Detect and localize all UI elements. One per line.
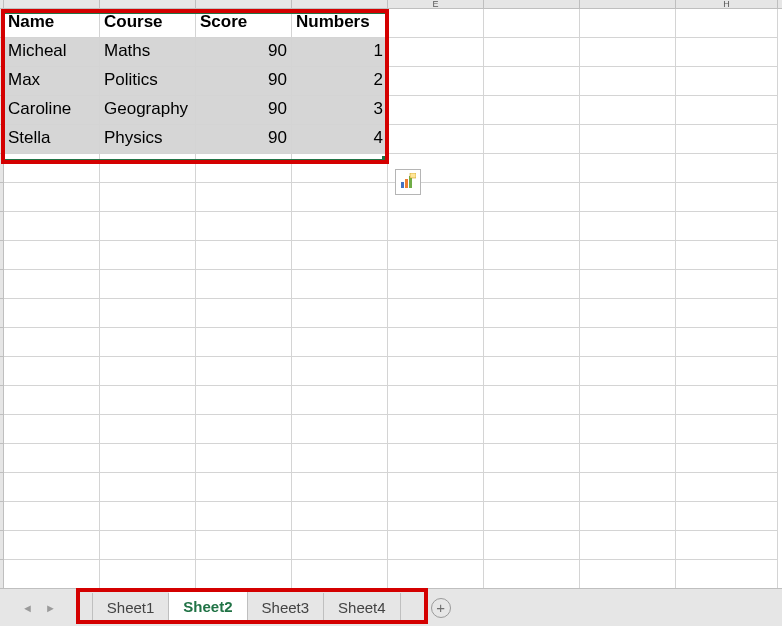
cell-g4[interactable] <box>580 96 676 125</box>
cell-b1[interactable]: Course <box>100 9 196 38</box>
empty-cell[interactable] <box>292 183 388 212</box>
empty-cell[interactable] <box>4 502 100 531</box>
empty-cell[interactable] <box>676 212 778 241</box>
cell-h3[interactable] <box>676 67 778 96</box>
cell-g3[interactable] <box>580 67 676 96</box>
empty-cell[interactable] <box>388 270 484 299</box>
empty-cell[interactable] <box>676 560 778 588</box>
empty-cell[interactable] <box>100 212 196 241</box>
tab-sheet1[interactable]: Sheet1 <box>92 593 170 622</box>
empty-cell[interactable] <box>292 386 388 415</box>
empty-cell[interactable] <box>484 502 580 531</box>
col-header-c[interactable] <box>196 0 292 8</box>
empty-cell[interactable] <box>100 299 196 328</box>
empty-cell[interactable] <box>676 270 778 299</box>
cell-h4[interactable] <box>676 96 778 125</box>
empty-cell[interactable] <box>4 560 100 588</box>
quick-analysis-button[interactable] <box>395 169 421 195</box>
empty-cell[interactable] <box>292 357 388 386</box>
empty-cell[interactable] <box>196 299 292 328</box>
empty-cell[interactable] <box>580 502 676 531</box>
empty-cell[interactable] <box>388 560 484 588</box>
cell-c1[interactable]: Score <box>196 9 292 38</box>
empty-cell[interactable] <box>196 502 292 531</box>
empty-cell[interactable] <box>388 502 484 531</box>
tab-nav-next-icon[interactable]: ► <box>39 602 62 614</box>
empty-cell[interactable] <box>292 328 388 357</box>
empty-cell[interactable] <box>100 357 196 386</box>
empty-cell[interactable] <box>292 560 388 588</box>
empty-cell[interactable] <box>196 415 292 444</box>
empty-cell[interactable] <box>4 212 100 241</box>
cell-a5[interactable]: Stella <box>4 125 100 154</box>
cell-b4[interactable]: Geography <box>100 96 196 125</box>
col-header-f[interactable] <box>484 0 580 8</box>
empty-cell[interactable] <box>196 386 292 415</box>
empty-cell[interactable] <box>676 357 778 386</box>
empty-cell[interactable] <box>196 560 292 588</box>
cell-h2[interactable] <box>676 38 778 67</box>
empty-cell[interactable] <box>100 473 196 502</box>
empty-cell[interactable] <box>580 154 676 183</box>
tab-sheet4[interactable]: Sheet4 <box>324 593 401 622</box>
cell-c4[interactable]: 90 <box>196 96 292 125</box>
empty-cell[interactable] <box>100 183 196 212</box>
empty-cell[interactable] <box>196 183 292 212</box>
empty-cell[interactable] <box>4 241 100 270</box>
tab-sheet3[interactable]: Sheet3 <box>248 593 325 622</box>
empty-cell[interactable] <box>676 531 778 560</box>
empty-cell[interactable] <box>292 270 388 299</box>
cell-d5[interactable]: 4 <box>292 125 388 154</box>
empty-cell[interactable] <box>196 154 292 183</box>
cell-d2[interactable]: 1 <box>292 38 388 67</box>
cell-a3[interactable]: Max <box>4 67 100 96</box>
empty-cell[interactable] <box>484 299 580 328</box>
empty-cell[interactable] <box>676 299 778 328</box>
cell-d3[interactable]: 2 <box>292 67 388 96</box>
empty-cell[interactable] <box>388 386 484 415</box>
tab-nav-prev-icon[interactable]: ◄ <box>16 602 39 614</box>
empty-cell[interactable] <box>4 299 100 328</box>
empty-cell[interactable] <box>292 299 388 328</box>
empty-cell[interactable] <box>292 473 388 502</box>
cell-f5[interactable] <box>484 125 580 154</box>
empty-cell[interactable] <box>100 415 196 444</box>
empty-cell[interactable] <box>580 444 676 473</box>
cell-c5[interactable]: 90 <box>196 125 292 154</box>
empty-cell[interactable] <box>292 154 388 183</box>
empty-cell[interactable] <box>388 473 484 502</box>
empty-cell[interactable] <box>100 328 196 357</box>
empty-cell[interactable] <box>196 357 292 386</box>
empty-cell[interactable] <box>580 328 676 357</box>
empty-cell[interactable] <box>388 444 484 473</box>
cell-h1[interactable] <box>676 9 778 38</box>
empty-cell[interactable] <box>484 328 580 357</box>
cell-a1[interactable]: Name <box>4 9 100 38</box>
empty-cell[interactable] <box>292 241 388 270</box>
empty-cell[interactable] <box>292 502 388 531</box>
col-header-a[interactable] <box>4 0 100 8</box>
cell-g5[interactable] <box>580 125 676 154</box>
empty-cell[interactable] <box>100 444 196 473</box>
empty-cell[interactable] <box>484 531 580 560</box>
empty-cell[interactable] <box>484 357 580 386</box>
cell-a4[interactable]: Caroline <box>4 96 100 125</box>
add-sheet-button[interactable]: + <box>431 598 451 618</box>
empty-cell[interactable] <box>292 444 388 473</box>
empty-cell[interactable] <box>676 386 778 415</box>
empty-cell[interactable] <box>388 299 484 328</box>
cell-d1[interactable]: Numbers <box>292 9 388 38</box>
empty-cell[interactable] <box>4 444 100 473</box>
cell-d4[interactable]: 3 <box>292 96 388 125</box>
empty-cell[interactable] <box>388 328 484 357</box>
col-header-d[interactable] <box>292 0 388 8</box>
empty-cell[interactable] <box>388 531 484 560</box>
cell-b3[interactable]: Politics <box>100 67 196 96</box>
empty-cell[interactable] <box>484 560 580 588</box>
cell-e1[interactable] <box>388 9 484 38</box>
empty-cell[interactable] <box>4 531 100 560</box>
empty-cell[interactable] <box>580 415 676 444</box>
col-header-g[interactable] <box>580 0 676 8</box>
empty-cell[interactable] <box>484 386 580 415</box>
empty-cell[interactable] <box>580 241 676 270</box>
